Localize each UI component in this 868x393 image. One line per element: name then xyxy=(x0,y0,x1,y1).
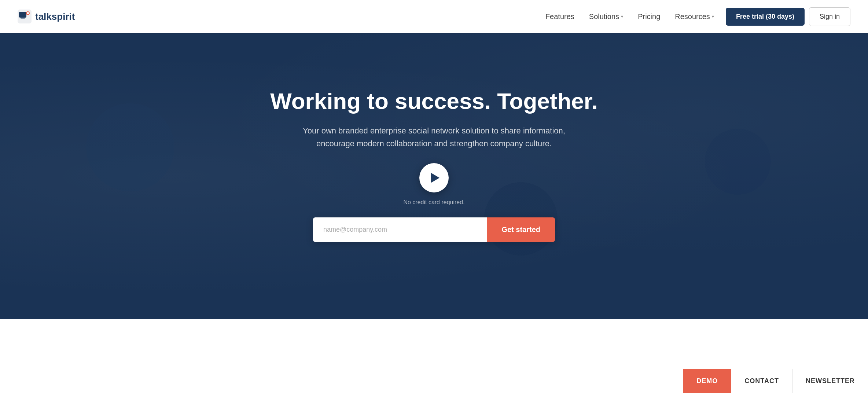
nav-features[interactable]: Features xyxy=(545,12,574,21)
hero-subtitle: Your own branded enterprise social netwo… xyxy=(291,124,577,150)
get-started-button[interactable]: Get started xyxy=(487,217,555,242)
nav-solutions[interactable]: Solutions ▾ xyxy=(589,12,623,21)
hero-section: Working to success. Together. Your own b… xyxy=(0,33,868,319)
sign-in-button[interactable]: Sign in xyxy=(809,7,850,26)
hero-content: Working to success. Together. Your own b… xyxy=(270,88,597,242)
play-icon xyxy=(431,173,439,183)
svg-rect-1 xyxy=(19,12,26,18)
brand-name: talkspirit xyxy=(35,11,75,22)
no-card-text: No credit card required. xyxy=(270,199,597,206)
play-video-button[interactable] xyxy=(419,163,449,192)
nav-links: Features Solutions ▾ Pricing Resources ▾ xyxy=(545,12,714,21)
chevron-down-icon: ▾ xyxy=(712,14,714,19)
logo-icon xyxy=(18,10,32,23)
free-trial-button[interactable]: Free trial (30 days) xyxy=(726,8,805,26)
logo[interactable]: talkspirit xyxy=(18,10,75,23)
email-input[interactable] xyxy=(313,217,487,242)
cta-form: Get started xyxy=(313,217,555,242)
svg-point-4 xyxy=(27,12,29,14)
hero-title: Working to success. Together. xyxy=(270,88,597,114)
navbar: talkspirit Features Solutions ▾ Pricing … xyxy=(0,0,868,33)
chevron-down-icon: ▾ xyxy=(621,14,623,19)
nav-resources[interactable]: Resources ▾ xyxy=(675,12,714,21)
svg-rect-2 xyxy=(21,18,25,19)
nav-pricing[interactable]: Pricing xyxy=(638,12,660,21)
nav-actions: Free trial (30 days) Sign in xyxy=(726,7,850,26)
